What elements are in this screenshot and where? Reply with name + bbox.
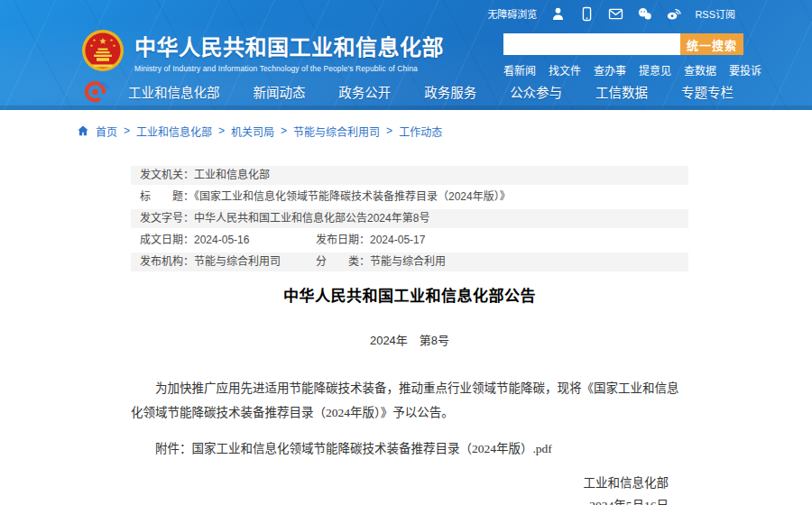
meta-label: 发文机关：	[140, 169, 194, 181]
signature-signer: 工业和信息化部	[131, 472, 669, 494]
weibo-icon[interactable]	[666, 6, 681, 22]
svg-text:★: ★	[99, 36, 107, 46]
signature-date: 2024年5月16日	[131, 494, 669, 505]
svg-text:★: ★	[109, 38, 113, 42]
mail-icon[interactable]	[608, 6, 623, 22]
meta-label: 发布机构：	[140, 255, 194, 268]
nav-item-gov-open[interactable]: 政务公开	[338, 82, 391, 101]
attachment-pdf-link[interactable]: 国家工业和信息化领域节能降碳技术装备推荐目录（2024年版）.pdf	[192, 442, 552, 455]
breadcrumb-energy-dept[interactable]: 节能与综合利用司	[293, 124, 380, 139]
wechat-icon[interactable]	[637, 6, 652, 22]
meta-cell: 分 类：节能与综合利用	[316, 255, 446, 269]
nav-item-news[interactable]: 新闻动态	[253, 82, 305, 101]
site-header: 无障碍浏览 RSS订阅 ★ ★ ★ ★ ★	[0, 0, 812, 110]
meta-value: 工业和信息化部	[194, 169, 270, 181]
rss-link[interactable]: RSS订阅	[695, 6, 735, 21]
meta-cell: 发布机构：节能与综合利用司	[140, 255, 316, 269]
meta-label: 分 类：	[316, 255, 370, 268]
attachment-label: 附件：	[155, 442, 192, 455]
nav-item-miit[interactable]: 工业和信息化部	[128, 82, 220, 101]
nav-items: 工业和信息化部 新闻动态 政务公开 政务服务 公众参与 工信数据 专题专栏	[128, 82, 735, 101]
meta-cell: 标 题：《国家工业和信息化领域节能降碳技术装备推荐目录（2024年版）》	[140, 190, 511, 204]
site-title-cn: 中华人民共和国工业和信息化部	[134, 30, 444, 61]
nav-item-topics[interactable]: 专题专栏	[681, 82, 734, 101]
signature-block: 工业和信息化部 2024年5月16日	[131, 472, 688, 505]
meta-value: 《国家工业和信息化领域节能降碳技术装备推荐目录（2024年版）》	[194, 190, 511, 203]
meta-value: 2024-05-16	[194, 234, 249, 246]
meta-value: 节能与综合利用司	[194, 255, 281, 268]
meta-cell: 发文字号：中华人民共和国工业和信息化部公告2024年第8号	[140, 212, 429, 225]
meta-cell: 发布日期：2024-05-17	[316, 234, 425, 247]
breadcrumb-miit[interactable]: 工业和信息化部	[136, 124, 212, 139]
meta-label: 标 题：	[140, 190, 194, 203]
breadcrumb-departments[interactable]: 机关司局	[231, 124, 274, 139]
meta-value: 2024-05-17	[370, 234, 425, 246]
search-input[interactable]	[503, 33, 680, 55]
breadcrumb-separator: >	[386, 124, 392, 137]
nav-item-public[interactable]: 公众参与	[510, 82, 562, 101]
breadcrumb-separator: >	[124, 124, 130, 137]
announcement-title: 中华人民共和国工业和信息化部公告	[131, 283, 688, 306]
breadcrumb-work-news[interactable]: 工作动态	[399, 124, 442, 139]
breadcrumb: 首页 > 工业和信息化部 > 机关司局 > 节能与综合利用司 > 工作动态	[77, 122, 812, 140]
announcement-content: 发文机关：工业和信息化部 标 题：《国家工业和信息化领域节能降碳技术装备推荐目录…	[131, 166, 688, 505]
attachment-line: 附件：国家工业和信息化领域节能降碳技术装备推荐目录（2024年版）.pdf	[131, 438, 688, 456]
accessibility-link[interactable]: 无障碍浏览	[487, 6, 537, 21]
meta-cell: 发文机关：工业和信息化部	[140, 169, 270, 182]
announcement-number: 2024年 第8号	[131, 331, 688, 348]
site-title-en: Ministry of Industry and Information Tec…	[134, 64, 444, 73]
meta-row-dates: 成文日期：2024-05-16 发布日期：2024-05-17	[131, 231, 688, 250]
meta-value: 中华人民共和国工业和信息化部公告2024年第8号	[194, 212, 429, 225]
announcement-body: 为加快推广应用先进适用节能降碳技术装备，推动重点行业领域节能降碳，现将《国家工业…	[131, 376, 688, 425]
breadcrumb-separator: >	[281, 124, 287, 137]
document-meta-table: 发文机关：工业和信息化部 标 题：《国家工业和信息化领域节能降碳技术装备推荐目录…	[131, 166, 688, 271]
meta-label: 成文日期：	[140, 234, 194, 246]
site-title-block: 中华人民共和国工业和信息化部 Ministry of Industry and …	[134, 30, 444, 73]
topbar: 无障碍浏览 RSS订阅	[0, 0, 812, 27]
search-button[interactable]: 统一搜索	[680, 33, 743, 55]
svg-text:★: ★	[89, 43, 93, 48]
meta-value: 节能与综合利用	[370, 255, 446, 268]
meta-row-title: 标 题：《国家工业和信息化领域节能降碳技术装备推荐目录（2024年版）》	[131, 188, 688, 207]
breadcrumb-separator: >	[218, 124, 225, 137]
header-bottom-shade	[0, 106, 812, 110]
national-emblem-icon: ★ ★ ★ ★ ★	[81, 29, 125, 72]
phone-icon[interactable]	[579, 6, 595, 22]
svg-text:★: ★	[92, 38, 96, 42]
mascot-icon[interactable]	[550, 6, 566, 22]
meta-cell: 成文日期：2024-05-16	[140, 234, 316, 247]
breadcrumb-home[interactable]: 首页	[96, 124, 117, 139]
svg-text:★: ★	[112, 43, 115, 48]
search-area: 统一搜索 看新闻 找文件 查办事 提意见 查数据 要投诉	[503, 33, 743, 78]
meta-row-publisher: 发布机构：节能与综合利用司 分 类：节能与综合利用	[131, 252, 688, 271]
meta-row-issuing-agency: 发文机关：工业和信息化部	[131, 166, 688, 185]
nav-item-data[interactable]: 工信数据	[595, 82, 648, 101]
home-icon[interactable]	[77, 124, 89, 137]
meta-label: 发布日期：	[316, 234, 370, 246]
nav-item-gov-service[interactable]: 政务服务	[424, 82, 476, 101]
miit-logo-icon	[78, 78, 114, 104]
meta-row-doc-number: 发文字号：中华人民共和国工业和信息化部公告2024年第8号	[131, 209, 688, 228]
meta-label: 发文字号：	[140, 212, 194, 225]
